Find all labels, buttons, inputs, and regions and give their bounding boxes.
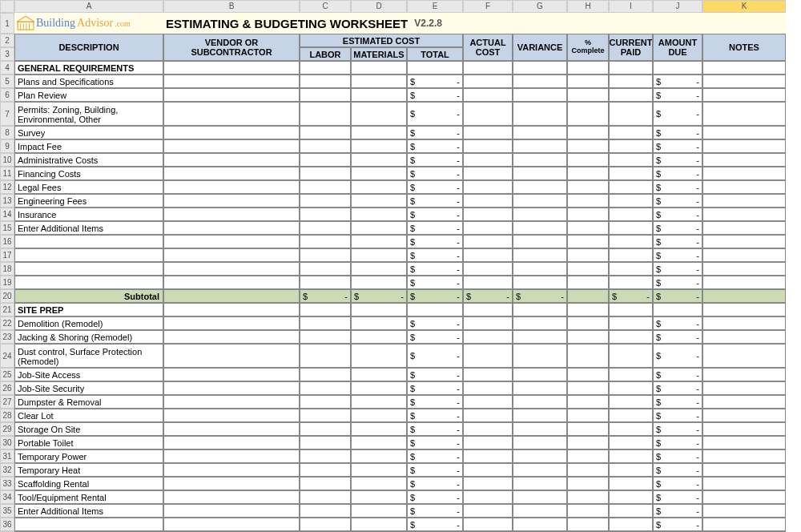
actual-cell[interactable] (463, 167, 513, 180)
materials-cell[interactable] (351, 153, 407, 167)
row-header[interactable]: 10 (0, 153, 14, 167)
materials-cell[interactable] (351, 463, 407, 477)
pct-cell[interactable] (567, 75, 609, 88)
labor-cell[interactable] (300, 61, 351, 75)
actual-cell[interactable]: $- (463, 289, 513, 303)
due-cell[interactable]: $- (653, 235, 702, 248)
total-cell[interactable]: $- (407, 463, 463, 477)
row-header[interactable]: 32 (0, 463, 14, 477)
paid-cell[interactable] (609, 303, 653, 316)
labor-cell[interactable] (300, 102, 351, 126)
variance-cell[interactable] (513, 330, 567, 344)
labor-cell[interactable] (300, 368, 351, 381)
due-cell[interactable]: $- (653, 194, 702, 208)
materials-cell[interactable] (351, 381, 407, 395)
vendor-cell[interactable] (163, 153, 300, 167)
pct-cell[interactable] (567, 330, 609, 344)
pct-cell[interactable] (567, 518, 609, 531)
description-cell[interactable]: Impact Fee (14, 139, 163, 153)
due-cell[interactable]: $- (653, 477, 702, 490)
paid-cell[interactable] (609, 518, 653, 531)
labor-cell[interactable] (300, 477, 351, 490)
materials-cell[interactable] (351, 167, 407, 180)
actual-cell[interactable] (463, 436, 513, 449)
paid-cell[interactable] (609, 167, 653, 180)
paid-cell[interactable] (609, 139, 653, 153)
materials-cell[interactable] (351, 139, 407, 153)
variance-cell[interactable] (513, 61, 567, 75)
pct-cell[interactable] (567, 303, 609, 316)
due-cell[interactable]: $- (653, 436, 702, 449)
labor-cell[interactable] (300, 504, 351, 518)
pct-cell[interactable] (567, 262, 609, 276)
total-cell[interactable]: $- (407, 167, 463, 180)
total-cell[interactable]: $- (407, 208, 463, 221)
actual-cell[interactable] (463, 235, 513, 248)
vendor-cell[interactable] (163, 422, 300, 436)
column-header[interactable]: K (702, 0, 786, 13)
variance-cell[interactable] (513, 449, 567, 463)
actual-cell[interactable] (463, 477, 513, 490)
notes-cell[interactable] (702, 368, 786, 381)
notes-cell[interactable] (702, 153, 786, 167)
total-cell[interactable]: $- (407, 139, 463, 153)
vendor-cell[interactable] (163, 167, 300, 180)
total-cell[interactable]: $- (407, 262, 463, 276)
due-cell[interactable] (653, 303, 702, 316)
paid-cell[interactable] (609, 422, 653, 436)
actual-cell[interactable] (463, 368, 513, 381)
total-cell[interactable]: $- (407, 344, 463, 368)
due-cell[interactable]: $- (653, 139, 702, 153)
materials-cell[interactable] (351, 368, 407, 381)
column-header[interactable] (0, 0, 14, 13)
row-header[interactable]: 17 (0, 248, 14, 262)
notes-cell[interactable] (702, 276, 786, 289)
paid-cell[interactable] (609, 221, 653, 235)
due-cell[interactable]: $- (653, 330, 702, 344)
variance-cell[interactable] (513, 139, 567, 153)
total-cell[interactable]: $- (407, 504, 463, 518)
pct-cell[interactable] (567, 180, 609, 194)
actual-cell[interactable] (463, 102, 513, 126)
row-header[interactable]: 22 (0, 316, 14, 330)
variance-cell[interactable] (513, 235, 567, 248)
actual-cell[interactable] (463, 490, 513, 504)
pct-cell[interactable] (567, 153, 609, 167)
row-header[interactable]: 6 (0, 88, 14, 102)
paid-cell[interactable] (609, 368, 653, 381)
materials-cell[interactable] (351, 303, 407, 316)
vendor-cell[interactable] (163, 316, 300, 330)
due-cell[interactable]: $- (653, 463, 702, 477)
labor-cell[interactable] (300, 139, 351, 153)
paid-cell[interactable] (609, 409, 653, 422)
total-cell[interactable]: $- (407, 409, 463, 422)
labor-cell[interactable] (300, 449, 351, 463)
labor-cell[interactable] (300, 180, 351, 194)
notes-cell[interactable] (702, 316, 786, 330)
actual-cell[interactable] (463, 262, 513, 276)
row-header[interactable]: 34 (0, 490, 14, 504)
pct-cell[interactable] (567, 221, 609, 235)
labor-cell[interactable] (300, 126, 351, 139)
labor-cell[interactable] (300, 208, 351, 221)
paid-cell[interactable] (609, 61, 653, 75)
pct-cell[interactable] (567, 368, 609, 381)
description-cell[interactable]: Insurance (14, 208, 163, 221)
variance-cell[interactable] (513, 436, 567, 449)
notes-cell[interactable] (702, 167, 786, 180)
actual-cell[interactable] (463, 381, 513, 395)
total-cell[interactable]: $- (407, 221, 463, 235)
notes-cell[interactable] (702, 518, 786, 531)
pct-cell[interactable] (567, 61, 609, 75)
vendor-cell[interactable] (163, 463, 300, 477)
pct-cell[interactable] (567, 436, 609, 449)
pct-cell[interactable] (567, 126, 609, 139)
notes-cell[interactable] (702, 463, 786, 477)
labor-cell[interactable] (300, 422, 351, 436)
pct-cell[interactable] (567, 449, 609, 463)
due-cell[interactable]: $- (653, 395, 702, 409)
total-cell[interactable]: $- (407, 235, 463, 248)
description-cell[interactable] (14, 518, 163, 531)
total-cell[interactable]: $- (407, 395, 463, 409)
paid-cell[interactable] (609, 490, 653, 504)
